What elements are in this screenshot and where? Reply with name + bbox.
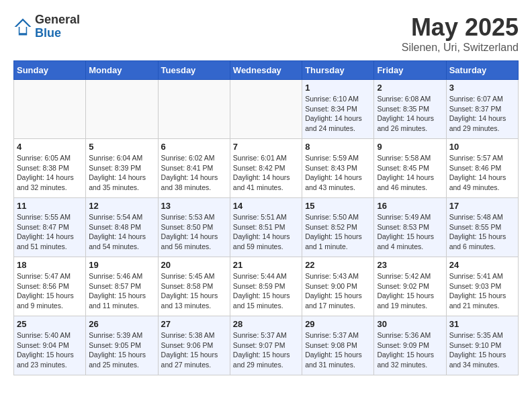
day-number: 28 [233,319,299,329]
day-number: 10 [449,142,515,152]
day-info: Sunrise: 5:57 AM Sunset: 8:46 PM Dayligh… [449,153,515,193]
day-info: Sunrise: 5:37 AM Sunset: 9:07 PM Dayligh… [233,330,299,370]
day-info: Sunrise: 5:36 AM Sunset: 9:09 PM Dayligh… [377,330,443,370]
day-number: 14 [233,201,299,211]
calendar-cell: 14Sunrise: 5:51 AM Sunset: 8:51 PM Dayli… [230,198,302,257]
day-info: Sunrise: 5:54 AM Sunset: 8:48 PM Dayligh… [89,212,154,252]
day-info: Sunrise: 5:44 AM Sunset: 8:59 PM Dayligh… [233,271,299,311]
day-number: 25 [17,319,83,329]
week-row-2: 4Sunrise: 6:05 AM Sunset: 8:38 PM Daylig… [14,139,519,198]
day-info: Sunrise: 5:43 AM Sunset: 9:00 PM Dayligh… [305,271,371,311]
day-number: 4 [17,142,83,152]
weekday-header-wednesday: Wednesday [230,61,302,80]
day-number: 12 [89,201,154,211]
calendar-title: May 2025 [402,13,519,42]
day-info: Sunrise: 5:59 AM Sunset: 8:43 PM Dayligh… [305,153,371,193]
weekday-header-thursday: Thursday [302,61,374,80]
day-info: Sunrise: 5:37 AM Sunset: 9:08 PM Dayligh… [305,330,371,370]
day-info: Sunrise: 6:07 AM Sunset: 8:37 PM Dayligh… [449,94,515,134]
calendar-cell: 26Sunrise: 5:39 AM Sunset: 9:05 PM Dayli… [86,316,158,375]
calendar-cell: 29Sunrise: 5:37 AM Sunset: 9:08 PM Dayli… [302,316,374,375]
calendar-cell: 18Sunrise: 5:47 AM Sunset: 8:56 PM Dayli… [14,257,86,316]
day-info: Sunrise: 5:38 AM Sunset: 9:06 PM Dayligh… [161,330,227,370]
calendar-cell: 12Sunrise: 5:54 AM Sunset: 8:48 PM Dayli… [86,198,158,257]
day-info: Sunrise: 5:41 AM Sunset: 9:03 PM Dayligh… [449,271,515,311]
calendar-cell: 15Sunrise: 5:50 AM Sunset: 8:52 PM Dayli… [302,198,374,257]
calendar-cell: 17Sunrise: 5:48 AM Sunset: 8:55 PM Dayli… [446,198,518,257]
calendar-cell: 19Sunrise: 5:46 AM Sunset: 8:57 PM Dayli… [86,257,158,316]
logo: General Blue [13,13,80,40]
calendar-cell: 8Sunrise: 5:59 AM Sunset: 8:43 PM Daylig… [302,139,374,198]
calendar-cell: 22Sunrise: 5:43 AM Sunset: 9:00 PM Dayli… [302,257,374,316]
day-number: 6 [161,142,227,152]
weekday-header-saturday: Saturday [446,61,518,80]
week-row-5: 25Sunrise: 5:40 AM Sunset: 9:04 PM Dayli… [14,316,519,375]
day-info: Sunrise: 5:45 AM Sunset: 8:58 PM Dayligh… [161,271,227,311]
day-number: 2 [377,83,443,93]
logo-general-text: General [35,13,80,27]
day-info: Sunrise: 5:58 AM Sunset: 8:45 PM Dayligh… [377,153,443,193]
day-number: 17 [449,201,515,211]
calendar-cell: 25Sunrise: 5:40 AM Sunset: 9:04 PM Dayli… [14,316,86,375]
day-number: 5 [89,142,154,152]
page-header: General Blue May 2025 Silenen, Uri, Swit… [13,13,519,54]
calendar-cell: 16Sunrise: 5:49 AM Sunset: 8:53 PM Dayli… [374,198,446,257]
calendar-cell: 28Sunrise: 5:37 AM Sunset: 9:07 PM Dayli… [230,316,302,375]
day-number: 26 [89,319,154,329]
calendar-header: SundayMondayTuesdayWednesdayThursdayFrid… [14,61,519,80]
day-number: 21 [233,260,299,270]
calendar-cell: 5Sunrise: 6:04 AM Sunset: 8:39 PM Daylig… [86,139,158,198]
calendar-cell: 4Sunrise: 6:05 AM Sunset: 8:38 PM Daylig… [14,139,86,198]
logo-text: General Blue [35,13,80,40]
day-info: Sunrise: 5:46 AM Sunset: 8:57 PM Dayligh… [89,271,154,311]
logo-icon [13,17,32,36]
day-number: 15 [305,201,371,211]
day-info: Sunrise: 6:08 AM Sunset: 8:35 PM Dayligh… [377,94,443,134]
day-number: 8 [305,142,371,152]
calendar-cell: 31Sunrise: 5:35 AM Sunset: 9:10 PM Dayli… [446,316,518,375]
day-info: Sunrise: 5:35 AM Sunset: 9:10 PM Dayligh… [449,330,515,370]
day-info: Sunrise: 5:49 AM Sunset: 8:53 PM Dayligh… [377,212,443,252]
day-info: Sunrise: 6:01 AM Sunset: 8:42 PM Dayligh… [233,153,299,193]
calendar-cell: 9Sunrise: 5:58 AM Sunset: 8:45 PM Daylig… [374,139,446,198]
day-info: Sunrise: 6:04 AM Sunset: 8:39 PM Dayligh… [89,153,154,193]
weekday-header-monday: Monday [86,61,158,80]
weekday-header-row: SundayMondayTuesdayWednesdayThursdayFrid… [14,61,519,80]
weekday-header-friday: Friday [374,61,446,80]
calendar-cell: 24Sunrise: 5:41 AM Sunset: 9:03 PM Dayli… [446,257,518,316]
day-info: Sunrise: 5:42 AM Sunset: 9:02 PM Dayligh… [377,271,443,311]
day-number: 23 [377,260,443,270]
calendar-cell: 10Sunrise: 5:57 AM Sunset: 8:46 PM Dayli… [446,139,518,198]
calendar-cell: 2Sunrise: 6:08 AM Sunset: 8:35 PM Daylig… [374,80,446,139]
day-info: Sunrise: 5:47 AM Sunset: 8:56 PM Dayligh… [17,271,83,311]
day-number: 16 [377,201,443,211]
day-number: 13 [161,201,227,211]
day-number: 11 [17,201,83,211]
calendar-cell: 11Sunrise: 5:55 AM Sunset: 8:47 PM Dayli… [14,198,86,257]
calendar-cell: 23Sunrise: 5:42 AM Sunset: 9:02 PM Dayli… [374,257,446,316]
day-number: 3 [449,83,515,93]
day-number: 9 [377,142,443,152]
weekday-header-tuesday: Tuesday [158,61,230,80]
day-number: 24 [449,260,515,270]
day-info: Sunrise: 5:53 AM Sunset: 8:50 PM Dayligh… [161,212,227,252]
day-info: Sunrise: 5:40 AM Sunset: 9:04 PM Dayligh… [17,330,83,370]
day-info: Sunrise: 5:39 AM Sunset: 9:05 PM Dayligh… [89,330,154,370]
day-info: Sunrise: 5:55 AM Sunset: 8:47 PM Dayligh… [17,212,83,252]
calendar-cell: 30Sunrise: 5:36 AM Sunset: 9:09 PM Dayli… [374,316,446,375]
day-info: Sunrise: 6:10 AM Sunset: 8:34 PM Dayligh… [305,94,371,134]
day-number: 1 [305,83,371,93]
calendar-cell [230,80,302,139]
week-row-3: 11Sunrise: 5:55 AM Sunset: 8:47 PM Dayli… [14,198,519,257]
day-number: 7 [233,142,299,152]
day-number: 19 [89,260,154,270]
day-number: 31 [449,319,515,329]
day-number: 18 [17,260,83,270]
calendar-cell [158,80,230,139]
calendar-cell: 3Sunrise: 6:07 AM Sunset: 8:37 PM Daylig… [446,80,518,139]
week-row-4: 18Sunrise: 5:47 AM Sunset: 8:56 PM Dayli… [14,257,519,316]
day-number: 20 [161,260,227,270]
calendar-table: SundayMondayTuesdayWednesdayThursdayFrid… [13,60,519,375]
day-info: Sunrise: 5:51 AM Sunset: 8:51 PM Dayligh… [233,212,299,252]
day-number: 30 [377,319,443,329]
